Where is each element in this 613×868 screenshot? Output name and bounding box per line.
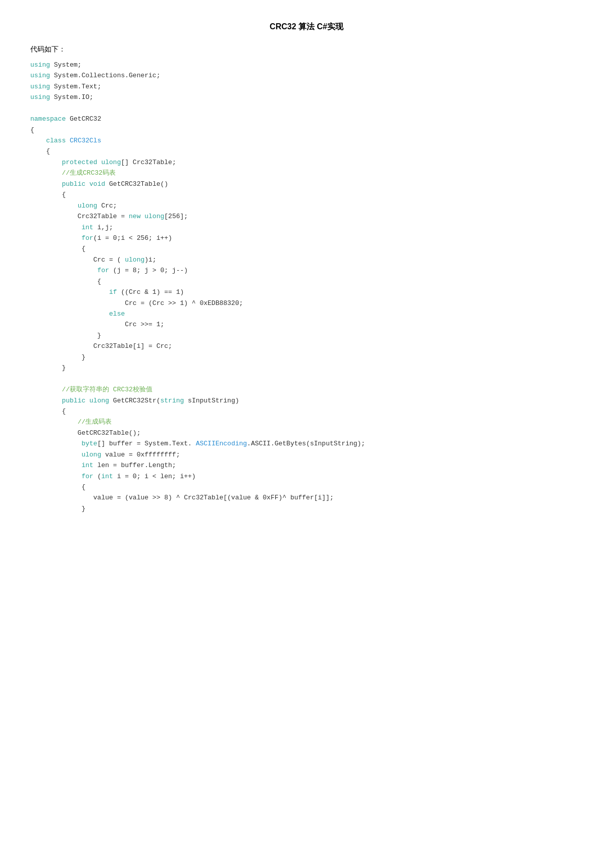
- intro-text: 代码如下：: [30, 43, 583, 55]
- page-title: CRC32 算法 C#实现: [30, 20, 583, 33]
- code-block: using System; using System.Collections.G…: [30, 60, 583, 514]
